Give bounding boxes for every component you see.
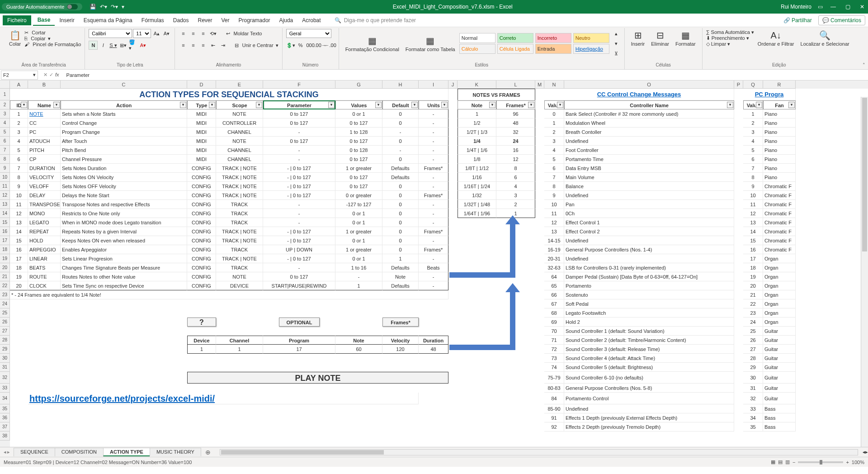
number-format-select[interactable]: Geral [286, 29, 331, 38]
cell[interactable]: 35 [743, 422, 763, 431]
filter-button[interactable]: ▾ [21, 102, 27, 108]
col-header[interactable]: R [763, 81, 796, 89]
font-name-select[interactable]: Calibri [89, 29, 132, 38]
cell[interactable]: Value▾ [743, 100, 763, 109]
cell[interactable]: 0 to 127 [263, 272, 335, 281]
new-sheet-button[interactable]: ⊕ [201, 449, 215, 456]
cell[interactable]: BEATS [28, 263, 61, 272]
sheet-tab[interactable]: ACTION TYPE [103, 448, 150, 456]
close-icon[interactable]: ✕ [858, 4, 866, 10]
cell[interactable]: TRACK | NOTE [216, 236, 263, 245]
cell[interactable]: CONFIG [187, 272, 216, 281]
cell[interactable]: 1 [216, 345, 263, 354]
cell[interactable]: 15 [10, 236, 28, 245]
cell[interactable]: CONFIG [187, 182, 216, 191]
row-header[interactable]: 33 [0, 384, 10, 393]
align-right-icon[interactable]: ≡ [198, 41, 208, 50]
cell[interactable]: 0 [382, 209, 419, 218]
cell[interactable]: CONFIG [187, 164, 216, 173]
cell[interactable]: 17 [263, 345, 335, 354]
cell[interactable]: - [382, 146, 419, 155]
cell[interactable]: Control Change [61, 118, 187, 128]
cell[interactable]: CHANNEL [216, 146, 263, 155]
delete-cells-button[interactable]: ⊟Eliminar [648, 29, 672, 47]
cell[interactable]: - [419, 254, 448, 263]
cell[interactable]: 6 [10, 155, 28, 164]
cancel-formula-icon[interactable]: ✕ [43, 72, 47, 78]
cell[interactable]: 0 or 1 [335, 209, 382, 218]
row-header[interactable]: 19 [0, 254, 10, 263]
col-header[interactable]: F [263, 81, 335, 89]
cell[interactable]: CONFIG [187, 200, 216, 209]
row-header[interactable]: 5 [0, 128, 10, 137]
shrink-font-icon[interactable]: A▾ [162, 29, 171, 38]
row-header[interactable]: 24 [0, 299, 10, 308]
cell[interactable] [263, 100, 335, 109]
cell[interactable]: MIDI [187, 155, 216, 164]
cell[interactable]: 32-63 [544, 263, 564, 272]
cell[interactable]: LEGATO [28, 218, 61, 227]
insert-cells-button[interactable]: ⊞Inserir [628, 29, 648, 47]
cell[interactable]: Delays the Note Start [61, 191, 187, 200]
col-header[interactable]: N [544, 81, 564, 89]
filter-button[interactable]: ▾ [180, 102, 186, 108]
collapse-ribbon-icon[interactable]: ˄ [863, 62, 865, 68]
cell[interactable]: TRACK | NOTE [216, 182, 263, 191]
cell[interactable]: Sound Controller 2 (default: Timbre/Harm… [564, 336, 734, 345]
cell[interactable]: 70 [544, 327, 564, 336]
zoom-slider[interactable] [798, 461, 843, 463]
align-bottom-icon[interactable]: ≡ [198, 29, 208, 38]
col-header[interactable]: C [61, 81, 187, 89]
cell[interactable]: 30 [743, 372, 763, 384]
row-header[interactable]: 30 [0, 354, 10, 363]
cell[interactable]: 96 [496, 109, 535, 118]
cell[interactable]: - [419, 128, 448, 137]
cell[interactable]: REPEAT [28, 227, 61, 236]
conditional-format-button[interactable]: ▦Formatação Condicional [343, 34, 402, 53]
cell[interactable]: 80-83 [544, 384, 564, 393]
row-header[interactable]: 12 [0, 191, 10, 200]
undo-icon[interactable]: ↶▾ [100, 4, 107, 10]
row-header[interactable]: 38 [0, 431, 10, 441]
cell[interactable]: 1 [743, 109, 763, 118]
cell[interactable]: CONFIG [187, 209, 216, 218]
filter-button[interactable]: ▾ [528, 102, 534, 108]
dec-decimal-icon[interactable]: ←.00 [326, 41, 335, 50]
wrap-text-button[interactable]: Moldar Texto [234, 31, 262, 36]
row-header[interactable]: 35 [0, 404, 10, 413]
cell[interactable]: MIDI [187, 146, 216, 155]
cell[interactable]: - [419, 200, 448, 209]
cell[interactable]: Channel [216, 336, 263, 345]
cell[interactable]: - [419, 209, 448, 218]
cell[interactable]: Undefined [564, 236, 734, 245]
cell[interactable]: Frames* [419, 227, 448, 236]
row-header[interactable]: 28 [0, 336, 10, 345]
cell[interactable]: 11 [10, 200, 28, 209]
row-header[interactable]: 8 [0, 155, 10, 164]
cell[interactable]: 75-79 [544, 372, 564, 384]
merge-center-button[interactable]: Unir e Centrar [242, 43, 273, 48]
restore-icon[interactable]: ▢ [844, 4, 852, 10]
cell[interactable]: Organ [763, 263, 796, 272]
page-break-icon[interactable]: ▥ [785, 459, 790, 465]
cell[interactable]: 1/32 [458, 191, 496, 200]
cell[interactable]: PC Progra [743, 89, 796, 100]
row-header[interactable]: 6 [0, 137, 10, 146]
qat-more-icon[interactable]: ▾ [122, 4, 124, 10]
cell[interactable]: - [419, 146, 448, 155]
cell[interactable]: Defaults [382, 281, 419, 290]
cell[interactable]: 20 [10, 281, 28, 290]
cell[interactable]: 8 [544, 182, 564, 191]
cell[interactable]: 4 [10, 137, 28, 146]
copy-button[interactable]: ⎘ Copiar ▾ [24, 36, 81, 42]
row-headers[interactable]: 1234567891011121314151617181920212223242… [0, 89, 10, 447]
row-header[interactable]: 13 [0, 200, 10, 209]
cell[interactable]: Guitar [763, 363, 796, 372]
cell[interactable]: 48 [496, 118, 535, 128]
cell[interactable]: Guitar [763, 354, 796, 363]
styles-up-icon[interactable]: ▴ [612, 29, 621, 38]
cell[interactable]: - [419, 155, 448, 164]
tab-file[interactable]: Ficheiro [3, 15, 31, 25]
cell[interactable]: Guitar [763, 384, 796, 393]
align-top-icon[interactable]: ≡ [179, 29, 188, 38]
